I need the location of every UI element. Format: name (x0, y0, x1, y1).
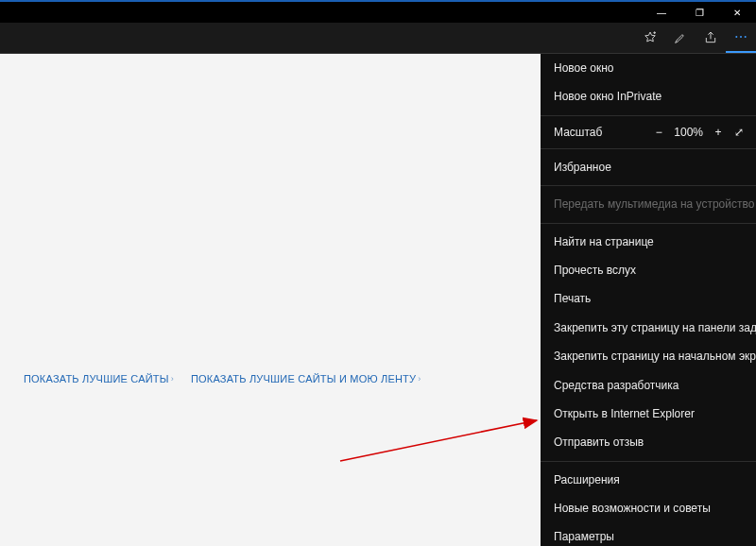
link-label: ПОКАЗАТЬ ЛУЧШИЕ САЙТЫ И МОЮ ЛЕНТУ (191, 373, 416, 384)
menu-separator (541, 461, 756, 462)
window-titlebar: — ❐ ✕ (0, 0, 756, 23)
new-tab-links: ПОКАЗАТЬ ЛУЧШИЕ САЙТЫ › ПОКАЗАТЬ ЛУЧШИЕ … (24, 373, 421, 384)
browser-toolbar (0, 23, 756, 54)
menu-pin-start[interactable]: Закрепить страницу на начальном экране (541, 342, 756, 370)
show-top-sites-link[interactable]: ПОКАЗАТЬ ЛУЧШИЕ САЙТЫ › (24, 373, 174, 384)
menu-separator (541, 148, 756, 149)
menu-new-window[interactable]: Новое окно (541, 54, 756, 82)
svg-point-4 (745, 36, 747, 38)
chevron-right-icon: › (418, 374, 421, 384)
menu-dev-tools[interactable]: Средства разработчика (541, 371, 756, 400)
show-top-sites-and-feed-link[interactable]: ПОКАЗАТЬ ЛУЧШИЕ САЙТЫ И МОЮ ЛЕНТУ › (191, 373, 421, 384)
menu-separator (541, 223, 756, 224)
menu-read-aloud[interactable]: Прочесть вслух (541, 256, 756, 284)
menu-send-feedback[interactable]: Отправить отзыв (541, 428, 756, 456)
menu-find-on-page[interactable]: Найти на странице (541, 228, 756, 256)
zoom-value: 100% (674, 126, 703, 139)
zoom-out-button[interactable]: − (653, 126, 664, 139)
link-label: ПОКАЗАТЬ ЛУЧШИЕ САЙТЫ (24, 373, 169, 384)
more-icon[interactable] (726, 23, 756, 53)
menu-open-ie[interactable]: Открыть в Internet Explorer (541, 400, 756, 428)
menu-separator (541, 115, 756, 116)
fullscreen-button[interactable]: ⤢ (733, 126, 745, 139)
settings-menu: Новое окно Новое окно InPrivate Масштаб … (541, 54, 756, 546)
menu-extensions[interactable]: Расширения (541, 466, 756, 494)
pen-icon[interactable] (665, 23, 696, 53)
menu-zoom: Масштаб − 100% + ⤢ (541, 120, 756, 145)
menu-favorites[interactable]: Избранное (541, 153, 756, 181)
menu-settings[interactable]: Параметры (541, 522, 756, 546)
minimize-button[interactable]: — (643, 2, 680, 23)
svg-point-3 (740, 36, 742, 38)
svg-point-2 (735, 36, 737, 38)
menu-pin-taskbar[interactable]: Закрепить эту страницу на панели задач (541, 314, 756, 342)
share-icon[interactable] (696, 23, 726, 53)
zoom-in-button[interactable]: + (713, 126, 724, 139)
close-button[interactable]: ✕ (718, 2, 756, 23)
zoom-label: Масштаб (554, 126, 644, 139)
menu-new-inprivate[interactable]: Новое окно InPrivate (541, 82, 756, 111)
menu-print[interactable]: Печать (541, 284, 756, 313)
menu-cast-media: Передать мультимедиа на устройство (541, 190, 756, 218)
maximize-button[interactable]: ❐ (680, 2, 718, 23)
menu-whats-new[interactable]: Новые возможности и советы (541, 494, 756, 522)
menu-separator (541, 185, 756, 186)
chevron-right-icon: › (171, 374, 174, 384)
favorites-star-icon[interactable] (635, 23, 665, 53)
